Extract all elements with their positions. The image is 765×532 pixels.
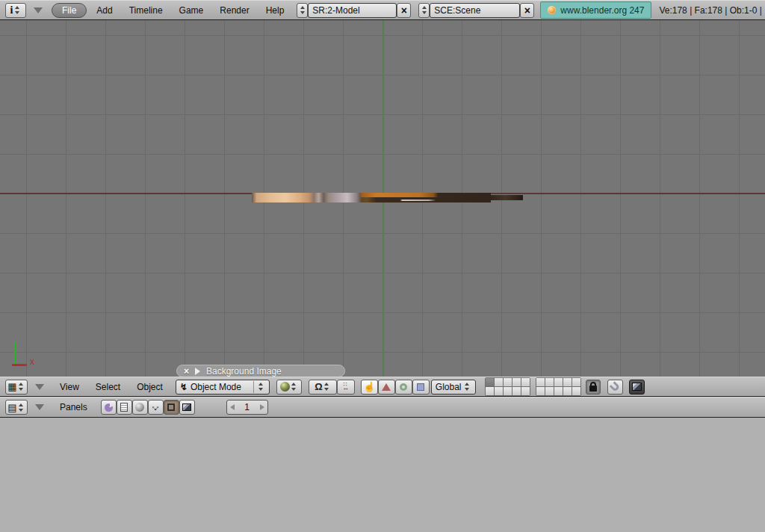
scene-image-icon [182, 403, 191, 411]
viewport-header: ▦ View Select Object ↯ Object Mode Ω ∷ ↔… [0, 377, 765, 397]
screen-name-field[interactable]: SR:2-Model [308, 3, 397, 18]
scene-object-tail[interactable] [491, 195, 523, 200]
draw-type-dropdown[interactable] [276, 380, 302, 395]
layer-toggle[interactable] [495, 378, 503, 386]
dropdown-arrows-icon [323, 380, 331, 394]
menu-view[interactable]: View [52, 382, 87, 392]
lock-icon [589, 386, 597, 392]
panel-expand-icon[interactable] [195, 368, 200, 375]
mini-axis-x-label: x [30, 356, 34, 367]
layer-toggle[interactable] [563, 378, 572, 386]
layer-toggle[interactable] [545, 387, 554, 395]
layer-toggle[interactable] [504, 378, 512, 386]
scene-delete-button[interactable]: × [520, 3, 534, 18]
render-image-icon [632, 383, 642, 391]
editor-type-spinner-icon [17, 400, 25, 414]
layer-toggle[interactable] [545, 378, 554, 386]
menu-file[interactable]: File [52, 3, 87, 18]
scene-statistics: Ve:178 | Fa:178 | Ob:1-0 | La:0 | M [659, 5, 762, 16]
blender-logo-icon [548, 6, 556, 14]
screen-delete-button[interactable]: × [397, 3, 411, 18]
mini-axis-gizmo: x [10, 340, 45, 371]
menu-help[interactable]: Help [258, 5, 293, 16]
manipulator-toggle-button[interactable]: ☝ [361, 380, 378, 395]
rotate-manipulator-button[interactable] [395, 380, 412, 395]
snap-button[interactable] [607, 380, 623, 395]
frame-value: 1 [244, 402, 250, 412]
editor-type-selector[interactable]: i [5, 3, 26, 18]
editing-icon [167, 403, 175, 411]
menu-render[interactable]: Render [211, 5, 257, 16]
header-collapse-icon[interactable] [34, 7, 43, 13]
move-centers-button[interactable]: ∷ ↔ [337, 380, 355, 395]
move-centers-icon: ∷ ↔ [342, 383, 349, 390]
menu-game[interactable]: Game [171, 5, 212, 16]
scale-icon [417, 383, 424, 391]
script-icon [120, 403, 128, 412]
pivot-dropdown[interactable]: Ω [309, 380, 337, 395]
layer-toggle[interactable] [536, 387, 545, 395]
frame-prev-icon[interactable] [230, 404, 235, 410]
layer-toggle[interactable] [486, 378, 494, 386]
dropdown-arrows-icon [290, 380, 298, 394]
frame-number-field[interactable]: 1 [226, 400, 268, 415]
buttons-window-body[interactable] [0, 418, 765, 532]
panels-menu[interactable]: Panels [52, 402, 101, 412]
logic-icon [105, 403, 113, 412]
blender-version-link[interactable]: www.blender.org 247 [540, 1, 651, 19]
dropdown-arrows-icon [257, 380, 265, 394]
draw-type-sphere-icon [280, 382, 290, 392]
rotate-icon [400, 383, 407, 391]
layer-toggle[interactable] [554, 378, 563, 386]
menu-timeline[interactable]: Timeline [121, 5, 171, 16]
layer-toggle[interactable] [521, 378, 530, 386]
layer-toggle[interactable] [521, 387, 530, 395]
header-collapse-icon[interactable] [35, 384, 44, 390]
layer-toggle[interactable] [504, 387, 512, 395]
scene-browse-button[interactable] [418, 3, 430, 18]
menu-add[interactable]: Add [88, 5, 120, 16]
layer-toggle[interactable] [495, 387, 503, 395]
layer-buttons-group-1 [485, 377, 530, 396]
layer-toggle[interactable] [486, 387, 494, 395]
header-collapse-icon[interactable] [35, 404, 44, 410]
shading-context-button[interactable] [132, 400, 148, 415]
layer-toggle[interactable] [572, 378, 580, 386]
layer-toggle[interactable] [512, 387, 521, 395]
dropdown-arrows-icon [463, 380, 471, 394]
orientation-dropdown[interactable]: Global [431, 380, 476, 395]
viewport-3d[interactable]: x [0, 20, 765, 377]
top-header: i File Add Timeline Game Render Help SR:… [0, 0, 765, 20]
layer-toggle[interactable] [563, 387, 572, 395]
editor-type-spinner-icon [17, 380, 25, 394]
layer-toggle[interactable] [572, 387, 580, 395]
translate-manipulator-button[interactable] [378, 380, 395, 395]
layer-toggle[interactable] [536, 378, 545, 386]
render-preview-button[interactable] [629, 380, 645, 395]
panel-close-icon[interactable]: × [184, 367, 189, 376]
editing-context-button[interactable] [164, 400, 179, 415]
object-context-button[interactable]: ↔ ↔ [148, 400, 164, 415]
editor-type-selector[interactable]: ▤ [5, 400, 28, 415]
logic-context-button[interactable] [101, 400, 117, 415]
layer-toggle[interactable] [554, 387, 563, 395]
layer-buttons-group-2 [536, 377, 581, 396]
panel-title: Background Image [206, 366, 282, 377]
frame-next-icon[interactable] [260, 404, 264, 410]
scale-manipulator-button[interactable] [412, 380, 430, 395]
scene-object[interactable] [252, 193, 491, 202]
magnet-icon [610, 381, 621, 392]
scene-context-button[interactable] [179, 400, 195, 415]
background-image-panel[interactable]: × Background Image [176, 365, 345, 377]
layer-toggle[interactable] [512, 378, 521, 386]
mode-dropdown[interactable]: ↯ Object Mode [176, 380, 270, 395]
menu-select[interactable]: Select [87, 382, 128, 392]
script-context-button[interactable] [117, 400, 132, 415]
scene-name-field[interactable]: SCE:Scene [430, 3, 520, 18]
mini-axis-x [12, 364, 27, 366]
lock-layers-button[interactable] [586, 380, 601, 395]
editor-type-spinner-icon [13, 4, 21, 17]
screen-browse-button[interactable] [297, 3, 308, 18]
editor-type-selector[interactable]: ▦ [5, 380, 28, 395]
menu-object[interactable]: Object [128, 382, 171, 392]
